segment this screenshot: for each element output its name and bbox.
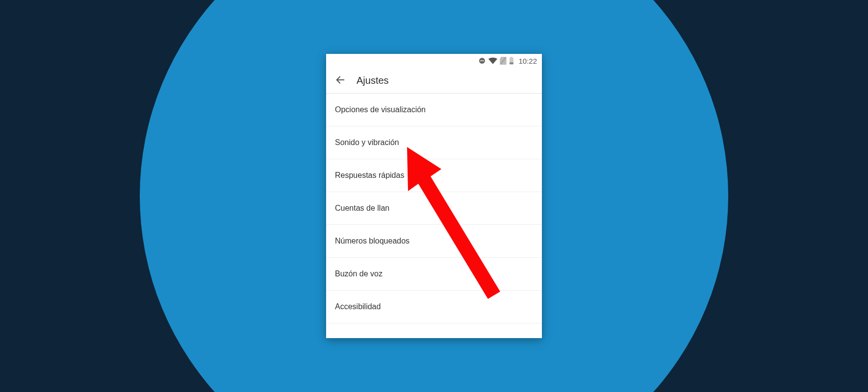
- settings-item-display-options[interactable]: Opciones de visualización: [326, 94, 542, 126]
- phone-frame: 10:22 Ajustes Opciones de visualización …: [326, 54, 542, 338]
- list-item-label: Accesibilidad: [335, 302, 381, 311]
- no-sim-icon: [500, 57, 507, 65]
- battery-icon: [509, 57, 514, 65]
- wifi-icon: [488, 57, 497, 64]
- app-bar: Ajustes: [326, 68, 542, 94]
- settings-list: Opciones de visualización Sonido y vibra…: [326, 94, 542, 323]
- svg-rect-1: [480, 60, 484, 61]
- do-not-disturb-icon: [478, 57, 486, 65]
- stage: 10:22 Ajustes Opciones de visualización …: [0, 0, 868, 392]
- list-item-label: Sonido y vibración: [335, 138, 399, 147]
- list-item-label: Opciones de visualización: [335, 105, 426, 114]
- settings-item-blocked-numbers[interactable]: Números bloqueados: [326, 225, 542, 258]
- list-item-label: Buzón de voz: [335, 270, 383, 278]
- list-item-label: Cuentas de llan: [335, 204, 389, 213]
- list-item-label: Números bloqueados: [335, 237, 409, 245]
- settings-item-accessibility[interactable]: Accesibilidad: [326, 291, 542, 323]
- settings-item-voicemail[interactable]: Buzón de voz: [326, 258, 542, 291]
- list-item-label: Respuestas rápidas: [335, 171, 404, 180]
- settings-item-quick-responses[interactable]: Respuestas rápidas: [326, 159, 542, 192]
- settings-item-sound-vibration[interactable]: Sonido y vibración: [326, 126, 542, 159]
- page-title: Ajustes: [357, 75, 389, 86]
- svg-rect-5: [510, 62, 513, 64]
- settings-item-call-accounts[interactable]: Cuentas de llan: [326, 192, 542, 225]
- back-button[interactable]: [333, 73, 348, 89]
- svg-rect-3: [511, 57, 512, 58]
- status-bar: 10:22: [326, 54, 542, 68]
- status-time: 10:22: [518, 57, 537, 65]
- arrow-back-icon: [335, 74, 346, 85]
